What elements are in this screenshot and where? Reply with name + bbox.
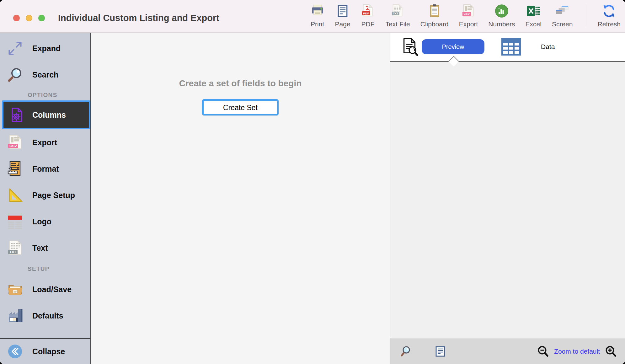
- toolbar-separator: [585, 4, 585, 27]
- window-body: Expand Search OPTIONS: [0, 33, 625, 364]
- sidebar-section-options: OPTIONS: [0, 90, 90, 100]
- toolbar-numbers-button[interactable]: Numbers: [488, 3, 515, 28]
- page-icon: [336, 3, 350, 19]
- toolbar-clipboard-button[interactable]: Clipboard: [420, 3, 449, 28]
- svg-text:CSV: CSV: [9, 144, 17, 148]
- toolbar-label: Export: [459, 20, 478, 28]
- close-button[interactable]: [13, 15, 20, 21]
- sidebar-item-page-setup[interactable]: Page Setup: [0, 182, 90, 208]
- screen-windows-icon: [555, 3, 569, 19]
- panel-tab-bar: Preview Data: [390, 33, 625, 62]
- svg-text:TXT: TXT: [9, 250, 16, 254]
- numbers-chart-icon: [494, 3, 509, 19]
- sidebar-item-expand[interactable]: Expand: [0, 35, 90, 62]
- svg-text:CSV: CSV: [463, 12, 470, 15]
- sidebar-footer: Collapse: [0, 338, 90, 364]
- zoom-window-button[interactable]: [38, 15, 45, 21]
- toolbar-label: Excel: [526, 20, 542, 28]
- sidebar-item-label: Columns: [32, 110, 66, 120]
- sidebar-item-format[interactable]: Format: [0, 156, 90, 182]
- refresh-icon: [602, 3, 616, 19]
- excel-icon: [526, 3, 541, 19]
- document-view-icon[interactable]: [435, 346, 446, 357]
- titlebar: Individual Custom Listing and Export: [0, 0, 625, 33]
- sidebar-item-label: Format: [32, 164, 59, 174]
- sidebar-item-label: Search: [32, 70, 58, 79]
- txt-file-icon: TXT: [391, 3, 405, 19]
- expand-arrows-icon: [6, 40, 24, 56]
- svg-text:TXT: TXT: [393, 12, 398, 15]
- main-content: Create a set of fields to begin Create S…: [91, 33, 390, 364]
- sidebar-item-label: Load/Save: [32, 285, 72, 294]
- columns-gear-document-icon: [8, 107, 25, 123]
- triangle-ruler-icon: [6, 187, 24, 203]
- preview-document-magnifier-icon[interactable]: [400, 37, 419, 56]
- toolbar-export-button[interactable]: CSV Export: [459, 3, 478, 28]
- toolbar-pdf-button[interactable]: PDF PDF: [361, 3, 375, 28]
- zoom-out-icon[interactable]: [537, 345, 549, 357]
- empty-state: Create a set of fields to begin Create S…: [91, 33, 390, 115]
- sidebar-item-text[interactable]: TXT Text: [0, 235, 90, 261]
- sidebar-section-setup: SETUP: [0, 264, 90, 274]
- toolbar-print-button[interactable]: Print: [310, 3, 325, 28]
- pdf-file-icon: PDF: [361, 3, 375, 19]
- toolbar-label: PDF: [361, 20, 375, 28]
- magnifier-tool-icon[interactable]: [400, 345, 412, 357]
- sidebar-item-label: Text: [32, 244, 48, 253]
- collapse-chevrons-icon: [6, 344, 24, 359]
- toolbar-page-button[interactable]: Page: [335, 3, 350, 28]
- toolbar-label: Numbers: [488, 20, 515, 28]
- sidebar-item-label: Logo: [32, 217, 51, 226]
- sidebar-item-load-save[interactable]: Load/Save: [0, 276, 90, 302]
- app-window: Individual Custom Listing and Export: [0, 0, 625, 364]
- sidebar-item-label: Collapse: [32, 347, 65, 356]
- toolbar-label: Print: [311, 20, 324, 28]
- sidebar-item-label: Defaults: [32, 311, 63, 320]
- toolbar-screen-button[interactable]: Screen: [552, 3, 573, 28]
- create-set-button[interactable]: Create Set: [202, 99, 279, 115]
- format-document-icon: [6, 161, 24, 177]
- toolbar: Print Page: [310, 3, 621, 28]
- sidebar-item-label: Expand: [32, 44, 61, 53]
- minimize-button[interactable]: [26, 15, 32, 21]
- sidebar-item-columns[interactable]: Columns: [2, 100, 90, 129]
- empty-state-heading: Create a set of fields to begin: [91, 78, 390, 88]
- toolbar-label: Text File: [386, 20, 410, 28]
- toolbar-refresh-button[interactable]: Refresh: [597, 3, 621, 28]
- printer-icon: [310, 3, 325, 19]
- preview-canvas: [390, 62, 625, 339]
- sidebar-item-search[interactable]: Search: [0, 62, 90, 88]
- toolbar-label: Screen: [552, 20, 573, 28]
- factory-icon: [6, 308, 24, 324]
- open-folder-icon: [6, 281, 24, 297]
- sidebar: Expand Search OPTIONS: [0, 33, 91, 364]
- clipboard-icon: [428, 3, 441, 19]
- toolbar-label: Refresh: [597, 20, 621, 28]
- csv-file-icon: CSV: [6, 134, 24, 151]
- data-table-icon[interactable]: [501, 37, 521, 56]
- tab-preview[interactable]: Preview: [422, 39, 484, 54]
- zoom-in-icon[interactable]: [605, 345, 617, 357]
- sidebar-item-defaults[interactable]: Defaults: [0, 302, 90, 329]
- window-title: Individual Custom Listing and Export: [58, 13, 219, 23]
- tab-data[interactable]: Data: [541, 43, 555, 51]
- svg-text:PDF: PDF: [363, 12, 369, 15]
- traffic-lights: [13, 15, 45, 21]
- txt-file-icon: TXT: [6, 240, 24, 256]
- sidebar-item-collapse[interactable]: Collapse: [0, 339, 65, 364]
- zoom-to-default-link[interactable]: Zoom to default: [554, 348, 600, 355]
- sidebar-item-export[interactable]: CSV Export: [0, 129, 90, 156]
- search-icon: [6, 67, 24, 83]
- letterhead-logo-icon: [6, 213, 24, 230]
- toolbar-label: Page: [335, 20, 350, 28]
- right-panel: Preview Data: [390, 33, 625, 364]
- csv-file-icon: CSV: [461, 3, 476, 19]
- toolbar-excel-button[interactable]: Excel: [526, 3, 542, 28]
- toolbar-label: Clipboard: [420, 20, 449, 28]
- preview-footer-bar: Zoom to default: [390, 339, 625, 364]
- sidebar-item-label: Export: [32, 138, 57, 147]
- sidebar-item-label: Page Setup: [32, 191, 75, 200]
- sidebar-item-logo[interactable]: Logo: [0, 208, 90, 235]
- toolbar-textfile-button[interactable]: TXT Text File: [386, 3, 410, 28]
